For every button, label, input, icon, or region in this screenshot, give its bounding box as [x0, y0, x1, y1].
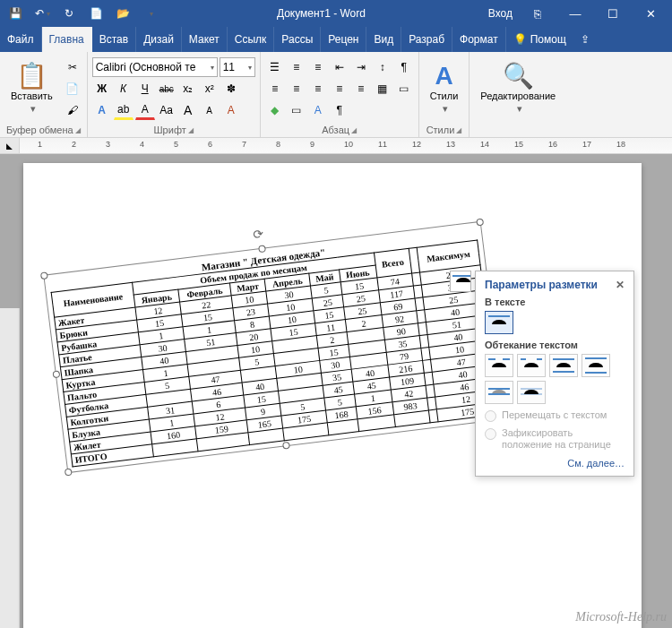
copy-button[interactable]: 📄 — [63, 79, 82, 99]
effects-para-button[interactable]: A — [308, 100, 328, 120]
tab-главна[interactable]: Главна — [42, 27, 92, 52]
ruler-vertical[interactable] — [0, 308, 20, 628]
superscript-button[interactable]: x² — [200, 79, 220, 99]
wrap-behind-button[interactable] — [485, 381, 513, 404]
dialog-launcher-icon[interactable]: ◢ — [188, 126, 194, 134]
align-justify-button[interactable]: ≡ — [330, 79, 349, 99]
format-painter-button[interactable]: 🖌 — [63, 100, 82, 120]
subscript-button[interactable]: x₂ — [178, 79, 198, 99]
dialog-launcher-icon[interactable]: ◢ — [75, 126, 81, 134]
styles-button[interactable]: A Стили ▾ — [424, 55, 465, 123]
underline-button[interactable]: Ч — [135, 79, 155, 99]
page[interactable]: ⟳ Магазин " Детская одежда"НаименованиеО… — [23, 163, 642, 628]
dialog-launcher-icon[interactable]: ◢ — [456, 126, 461, 134]
close-icon[interactable]: ✕ — [616, 279, 625, 291]
wrap-topbottom-button[interactable] — [582, 354, 610, 377]
share-button[interactable]: ⇪ — [573, 27, 597, 52]
rotate-handle-icon[interactable]: ⟳ — [253, 227, 265, 242]
tab-ссылк[interactable]: Ссылк — [228, 27, 275, 52]
tab-рассы[interactable]: Рассы — [274, 27, 321, 52]
tab-разраб[interactable]: Разраб — [401, 27, 452, 52]
wrap-through-button[interactable] — [549, 354, 578, 377]
sort-button[interactable]: ↕ — [373, 57, 392, 77]
tab-рецен[interactable]: Рецен — [321, 27, 366, 52]
align-left-button[interactable]: ≡ — [265, 79, 285, 99]
tell-me[interactable]: 💡Помощ — [506, 27, 573, 52]
open-button[interactable]: 📂 — [111, 2, 134, 25]
font-color-button[interactable]: A — [135, 100, 155, 120]
layout-options-anchor-button[interactable] — [450, 271, 471, 292]
resize-handle[interactable] — [65, 469, 73, 477]
outline-button[interactable]: ▭ — [287, 100, 306, 120]
cut-button[interactable]: ✂ — [63, 57, 82, 77]
pilcrow-button[interactable]: ¶ — [394, 57, 414, 77]
save-icon: 💾 — [9, 7, 22, 20]
change-case-button[interactable]: Aa — [157, 100, 177, 120]
align-center-button[interactable]: ≡ — [287, 79, 306, 99]
ribbon-options-button[interactable]: ⎘ — [520, 0, 556, 27]
tab-файл[interactable]: Файл — [0, 27, 42, 52]
shading-button[interactable]: ▦ — [373, 79, 392, 99]
ruler-mark: 9 — [310, 140, 314, 149]
font-name-select[interactable]: Calibri (Основной те▾ — [92, 57, 218, 77]
wrap-square-button[interactable] — [485, 354, 513, 377]
tab-дизай[interactable]: Дизай — [136, 27, 182, 52]
tab-встав[interactable]: Встав — [92, 27, 136, 52]
numbering-button[interactable]: ≡ — [287, 57, 306, 77]
chevron-down-icon: ▾ — [150, 10, 153, 18]
tab-макет[interactable]: Макет — [182, 27, 228, 52]
shrink-font-button[interactable]: A — [200, 100, 220, 120]
ruler-corner[interactable]: ◣ — [0, 138, 20, 153]
undo-button[interactable]: ↶▾ — [30, 2, 54, 25]
tab-формат[interactable]: Формат — [452, 27, 506, 52]
grow-font-button[interactable]: A — [178, 100, 198, 120]
new-doc-button[interactable]: 📄 — [84, 2, 108, 25]
redo-button[interactable]: ↻ — [57, 2, 81, 25]
resize-handle[interactable] — [258, 245, 266, 253]
italic-button[interactable]: К — [114, 79, 134, 99]
lightbulb-icon: 💡 — [513, 33, 527, 46]
tab-вид[interactable]: Вид — [366, 27, 401, 52]
wrap-tight-button[interactable] — [517, 354, 546, 377]
see-more-link[interactable]: См. далее… — [485, 458, 625, 469]
resize-handle[interactable] — [52, 370, 60, 378]
resize-handle[interactable] — [476, 219, 484, 227]
resize-handle[interactable] — [282, 442, 290, 450]
wrap-inline-button[interactable] — [485, 311, 513, 334]
save-button[interactable]: 💾 — [4, 2, 27, 25]
indent-left-button[interactable]: ⇤ — [330, 57, 349, 77]
group-editing: 🔍 Редактирование ▾ — [470, 52, 566, 137]
text-effects-button[interactable]: ✽ — [221, 79, 241, 99]
borders-button[interactable]: ▭ — [394, 79, 414, 99]
strike-button[interactable]: abc — [157, 79, 177, 99]
embedded-table-object[interactable]: ⟳ Магазин " Детская одежда"НаименованиеО… — [49, 228, 499, 468]
signin-button[interactable]: Вход — [481, 7, 520, 20]
ribbon-options-icon: ⎘ — [534, 7, 541, 21]
wrap-topbottom-icon — [583, 356, 608, 375]
text-style-button[interactable]: A — [92, 100, 112, 120]
clear-format-button[interactable]: A — [221, 100, 241, 120]
svg-rect-12 — [521, 388, 542, 390]
minimize-button[interactable]: — — [557, 0, 593, 27]
bold-button[interactable]: Ж — [92, 79, 112, 99]
document-area[interactable]: ⟳ Магазин " Детская одежда"НаименованиеО… — [0, 154, 672, 628]
close-button[interactable]: ✕ — [633, 0, 668, 27]
ruler-horizontal[interactable]: ◣ 123456789101112131415161718 — [0, 138, 672, 154]
align-right-button[interactable]: ≡ — [308, 79, 328, 99]
fill-button[interactable]: ◆ — [265, 100, 285, 120]
paste-button[interactable]: 📋 Вставить ▾ — [4, 55, 59, 123]
dialog-launcher-icon[interactable]: ◢ — [351, 126, 357, 134]
bullets-button[interactable]: ☰ — [265, 57, 285, 77]
line-spacing-button[interactable]: ≡ — [351, 79, 371, 99]
font-size-select[interactable]: 11▾ — [220, 57, 255, 77]
multilevel-button[interactable]: ≡ — [308, 57, 328, 77]
ruler-scale: 123456789101112131415161718 — [20, 138, 672, 153]
indent-right-button[interactable]: ⇥ — [351, 57, 371, 77]
maximize-button[interactable]: ☐ — [595, 0, 631, 27]
highlight-button[interactable]: ab — [114, 100, 134, 120]
pilcrow2-button[interactable]: ¶ — [330, 100, 349, 120]
resize-handle[interactable] — [40, 271, 48, 280]
wrap-front-button[interactable] — [517, 381, 546, 404]
qat-customize-button[interactable]: ▾ — [138, 2, 161, 25]
editing-button[interactable]: 🔍 Редактирование ▾ — [474, 55, 562, 123]
